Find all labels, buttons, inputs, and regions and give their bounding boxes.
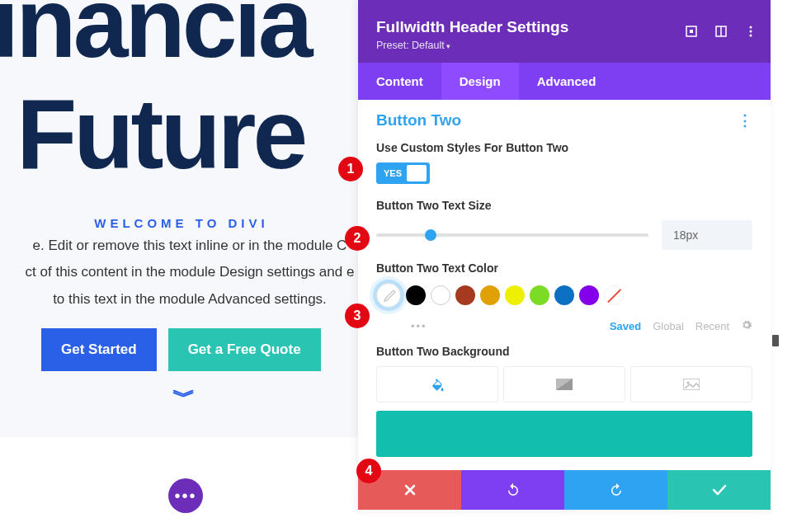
hero-body-text[interactable]: e. Edit or remove this text inline or in… [0, 233, 380, 313]
palette-more-icon[interactable]: ••• [411, 320, 427, 332]
hero-welcome: Welcome to Divi [0, 216, 363, 230]
hero-title-line1: inancia [0, 0, 310, 69]
gradient-icon [556, 379, 573, 390]
text-size-slider[interactable] [376, 233, 648, 237]
text-size-input[interactable]: 18px [662, 220, 752, 250]
save-button[interactable] [667, 470, 771, 510]
close-icon [404, 484, 416, 496]
get-started-button[interactable]: Get Started [41, 328, 157, 371]
swatch-green[interactable] [530, 285, 549, 305]
custom-styles-toggle[interactable]: YES [376, 162, 430, 184]
svg-point-6 [750, 35, 752, 37]
annotation-badge-1: 1 [338, 157, 363, 181]
bg-color-preview[interactable] [376, 411, 752, 457]
bg-tab-gradient[interactable] [503, 366, 625, 403]
annotation-badge-4: 4 [356, 459, 381, 483]
toggle-knob [407, 165, 427, 181]
swatch-black[interactable] [406, 285, 426, 305]
swatch-brown[interactable] [455, 285, 475, 305]
check-icon [712, 484, 727, 496]
palette-saved-link[interactable]: Saved [610, 320, 641, 332]
svg-point-4 [750, 26, 752, 29]
settings-panel: Fullwidth Header Settings Preset: Defaul… [358, 0, 771, 510]
swatch-blue[interactable] [554, 285, 574, 305]
swatch-gold[interactable] [480, 285, 500, 305]
panel-tabs: Content Design Advanced [358, 63, 771, 100]
panel-header: Fullwidth Header Settings Preset: Defaul… [358, 0, 771, 63]
responsive-icon[interactable] [714, 25, 728, 38]
dots-icon: ••• [174, 487, 196, 506]
svg-point-5 [750, 31, 752, 33]
page-settings-fab[interactable]: ••• [168, 478, 203, 513]
redo-button[interactable] [564, 470, 667, 510]
undo-icon [506, 483, 521, 497]
section-title[interactable]: Button Two [376, 111, 461, 129]
slider-thumb[interactable] [425, 229, 436, 241]
custom-styles-label: Use Custom Styles For Button Two [376, 141, 752, 154]
expand-icon[interactable] [685, 25, 698, 38]
svg-rect-1 [690, 30, 693, 33]
redo-icon [609, 483, 624, 497]
undo-button[interactable] [461, 470, 564, 510]
tab-design[interactable]: Design [441, 63, 519, 100]
text-color-label: Button Two Text Color [376, 261, 752, 275]
swatch-purple[interactable] [579, 285, 599, 305]
tab-advanced[interactable]: Advanced [519, 63, 615, 100]
scrollbar-thumb[interactable] [772, 335, 779, 346]
scroll-down-icon[interactable]: ︾ [172, 384, 196, 409]
swatch-none[interactable] [604, 285, 624, 305]
kebab-menu-icon[interactable] [744, 25, 757, 38]
text-size-label: Button Two Text Size [376, 199, 752, 212]
palette-global-link[interactable]: Global [653, 320, 684, 332]
swatch-yellow[interactable] [505, 285, 525, 305]
toggle-label: YES [384, 168, 402, 178]
tab-content[interactable]: Content [358, 63, 441, 100]
bg-tab-color[interactable] [376, 366, 498, 403]
bg-label: Button Two Background [376, 345, 752, 358]
preset-selector[interactable]: Preset: Default [376, 40, 752, 51]
section-kebab-icon[interactable]: ⋮ [738, 111, 752, 129]
palette-gear-icon[interactable] [741, 319, 752, 333]
paint-bucket-icon [430, 377, 445, 392]
palette-recent-link[interactable]: Recent [695, 320, 729, 332]
hero-title-line2: Future [16, 87, 304, 181]
annotation-badge-3: 3 [345, 304, 370, 328]
image-icon [683, 379, 700, 390]
annotation-badge-2: 2 [345, 226, 370, 251]
bg-tab-image[interactable] [630, 366, 752, 403]
color-picker-icon[interactable] [376, 283, 401, 308]
free-quote-button[interactable]: Get a Free Quote [168, 328, 321, 371]
swatch-white[interactable] [431, 285, 450, 305]
svg-point-10 [687, 382, 690, 384]
